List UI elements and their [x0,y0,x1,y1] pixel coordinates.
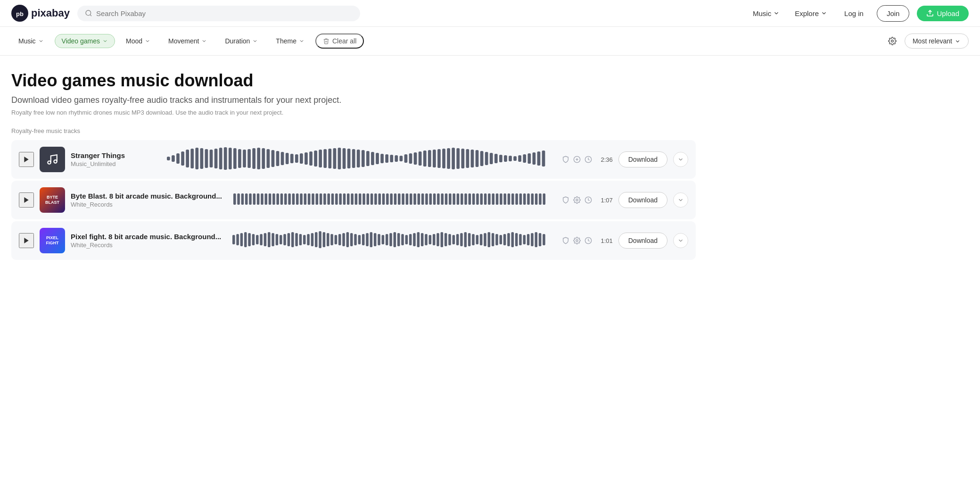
filter-mood[interactable]: Mood [119,34,157,48]
svg-rect-239 [476,235,479,244]
clear-all-button[interactable]: Clear all [315,33,364,49]
svg-rect-212 [370,232,373,247]
login-button[interactable]: Log in [839,7,869,20]
svg-rect-153 [464,193,467,205]
svg-rect-218 [394,232,396,247]
track-info: Stranger Things Music_Unlimited [71,151,156,167]
track-thumbnail: BYTE BLAST [40,187,65,213]
svg-rect-199 [319,231,322,248]
track-thumbnail: PIXEL FIGHT [40,228,65,253]
svg-rect-54 [380,154,384,163]
chevron-down-icon [299,38,305,44]
svg-rect-100 [257,193,260,205]
svg-rect-240 [480,234,483,245]
svg-rect-36 [295,154,298,163]
svg-rect-131 [378,193,381,205]
svg-rect-198 [315,232,318,247]
svg-rect-169 [527,193,530,205]
svg-rect-253 [531,233,534,246]
svg-rect-223 [413,233,416,246]
svg-rect-159 [488,193,491,205]
svg-point-257 [576,240,578,242]
svg-rect-58 [400,156,403,161]
svg-rect-84 [523,154,526,163]
filter-theme[interactable]: Theme [269,34,312,48]
svg-rect-167 [519,193,522,205]
track-artist: White_Records [71,201,222,208]
svg-rect-135 [394,193,397,205]
svg-rect-193 [296,233,298,246]
svg-rect-215 [382,235,385,244]
join-button[interactable]: Join [877,5,910,22]
svg-rect-107 [284,193,287,205]
waveform[interactable] [232,228,546,253]
filter-music[interactable]: Music [11,34,51,48]
svg-rect-75 [480,151,484,166]
waveform[interactable] [233,188,547,212]
waveform[interactable] [167,147,547,172]
svg-rect-29 [262,148,265,169]
expand-button[interactable] [673,192,688,208]
svg-rect-249 [515,233,518,246]
download-button[interactable]: Download [618,233,667,249]
svg-rect-196 [307,234,310,245]
download-button[interactable]: Download [618,192,667,208]
svg-rect-70 [456,148,460,169]
gear-icon [888,37,897,45]
svg-rect-168 [523,193,526,205]
svg-rect-105 [276,193,279,205]
svg-rect-22 [229,148,232,169]
search-input[interactable] [96,9,353,17]
svg-rect-139 [410,193,412,205]
svg-rect-241 [484,233,486,246]
svg-rect-32 [276,151,280,166]
play-button[interactable] [19,233,34,248]
svg-rect-187 [272,233,275,246]
svg-rect-49 [357,150,360,167]
svg-rect-186 [268,232,271,247]
sort-button[interactable]: Most relevant [905,33,969,49]
logo[interactable]: pb pixabay [11,5,70,22]
svg-rect-115 [315,193,318,205]
svg-marker-176 [24,238,28,243]
upload-button[interactable]: Upload [917,6,969,21]
svg-rect-109 [292,193,295,205]
svg-rect-200 [323,232,326,247]
filter-duration[interactable]: Duration [218,34,265,48]
track-duration: 1:01 [596,237,613,244]
svg-rect-112 [304,193,307,205]
svg-rect-244 [495,234,498,245]
category-selector[interactable]: Music [749,7,783,20]
svg-rect-191 [288,233,290,246]
search-bar[interactable] [77,6,360,21]
filter-video-games[interactable]: Video games [55,34,115,48]
expand-button[interactable] [673,233,688,248]
svg-rect-10 [172,155,175,162]
svg-rect-216 [386,234,388,245]
svg-rect-12 [181,151,184,166]
play-button[interactable] [19,152,34,167]
explore-nav[interactable]: Explore [791,7,831,20]
svg-rect-202 [331,234,334,245]
svg-rect-205 [343,233,346,246]
svg-rect-134 [390,193,393,205]
svg-rect-85 [527,153,531,164]
svg-rect-221 [405,235,408,244]
svg-rect-157 [480,193,483,205]
svg-rect-81 [509,156,512,161]
expand-button[interactable] [673,152,688,167]
svg-rect-76 [485,152,488,165]
settings-button[interactable] [884,33,901,50]
play-button[interactable] [19,192,34,208]
filter-movement[interactable]: Movement [161,34,214,48]
chevron-down-icon [145,38,150,44]
svg-rect-138 [406,193,409,205]
svg-rect-78 [494,154,498,163]
svg-rect-94 [233,193,236,205]
clock-icon [585,196,592,204]
svg-rect-137 [402,193,404,205]
svg-rect-30 [267,149,270,168]
download-button[interactable]: Download [618,151,667,167]
svg-rect-206 [346,232,349,247]
svg-rect-21 [224,147,227,170]
